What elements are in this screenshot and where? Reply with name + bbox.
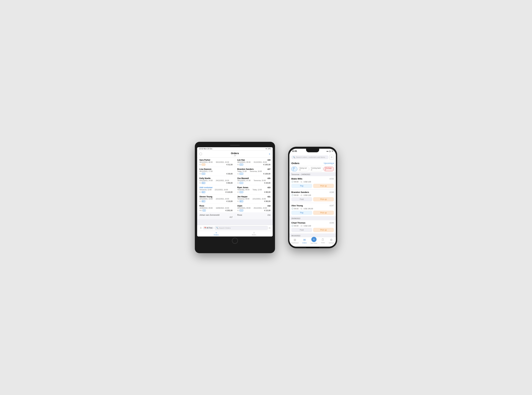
notes-label: Notes bbox=[321, 242, 325, 243]
order-row[interactable]: Sara Parker 30/12/2021, 08:30 30/12/2021… bbox=[197, 158, 273, 167]
order-cell-right[interactable]: Brandon Sanders #27 Today, 11:00 Tomorro… bbox=[235, 167, 273, 176]
paid-button[interactable]: Paid bbox=[291, 197, 312, 201]
order-meta: 1 ) 1·1 € 100,00 bbox=[237, 173, 271, 175]
order-date: 18/12/2021, 07:30 Tomorrow, 15:00 bbox=[237, 180, 271, 181]
all-time-filter[interactable]: 📅 All Time bbox=[203, 226, 214, 229]
order-tags: 2 ) ■·2 bbox=[237, 200, 243, 202]
order-cell-left[interactable]: Steven Young 22/12/2021, 10:00 22/12/202… bbox=[197, 194, 235, 203]
add-customer-link[interactable]: Add customer bbox=[199, 186, 233, 189]
dashboard-icon: ⊞ bbox=[294, 238, 296, 242]
menu-icon[interactable]: ☰ bbox=[199, 227, 202, 229]
settings-label: Settings bbox=[329, 242, 334, 244]
order-amount: US$ 0,00 bbox=[303, 194, 311, 196]
order-cell-right[interactable]: Ryan Jones #23 Yesterday, 08:00 Today, 1… bbox=[235, 185, 273, 194]
settings-icon[interactable] bbox=[199, 153, 202, 155]
order-row[interactable]: Rose 16/08/2022, 09:00 16/08/2022, 15:00… bbox=[197, 203, 273, 213]
order-row[interactable]: Kelly Noelle 23/12/2021, 14:30 24/12/202… bbox=[197, 176, 273, 185]
add-order-button[interactable]: + bbox=[269, 153, 270, 156]
order-amount: € 100,00 bbox=[263, 173, 270, 175]
order-amount: US$ 0,00 bbox=[303, 225, 311, 227]
pay-button[interactable]: Pay bbox=[291, 211, 312, 215]
toolbar-icons: ☰ 📅 All Time bbox=[199, 226, 214, 229]
tab-notes[interactable]: 🗒 Notes bbox=[321, 238, 325, 244]
ipad-tab-bar: ✉ Orders 🗒 Notes bbox=[197, 231, 273, 236]
order-tags: 2 ) ■·2 bbox=[199, 191, 205, 193]
order-name: Sara Parker bbox=[199, 159, 233, 161]
order-row[interactable]: Lisa Dawson 26/12/2021, 17:00 2 ) 3·2 € … bbox=[197, 167, 273, 176]
items-icon: ○ bbox=[300, 208, 301, 210]
order-amount: € 80,00 bbox=[264, 200, 270, 202]
tab-orders[interactable]: ✉ Orders bbox=[214, 232, 219, 236]
order-number: #17 bbox=[199, 216, 233, 218]
order-cell-right[interactable]: Lee Hao #29 29/12/2021, 09:30 31/12/2021… bbox=[235, 158, 273, 167]
paid-button[interactable]: Paid bbox=[291, 228, 312, 232]
order-cell-right[interactable]: Jen Harper #21 Tomorrow, 09:00 22/12/202… bbox=[235, 194, 273, 203]
ipad-bottom-toolbar: ☰ 📅 All Time 🔍 Search Orders ⊡ bbox=[197, 225, 273, 231]
order-card-header: Brandon Sanders #248 bbox=[291, 191, 334, 193]
order-name: Brandon Sanders bbox=[237, 168, 254, 170]
order-row[interactable]: Steven Young 22/12/2021, 10:00 22/12/202… bbox=[197, 194, 273, 203]
pay-button[interactable]: Pay bbox=[291, 184, 312, 188]
order-card-blake[interactable]: Blake Mills #250 🕐 09:00 ○ 1 bbox=[289, 176, 336, 189]
tab-notes[interactable]: 🗒 Notes bbox=[252, 232, 256, 236]
order-cell-left[interactable]: Kelly Noelle 23/12/2021, 14:30 24/12/202… bbox=[197, 176, 235, 185]
filter-shortage[interactable]: Shortage 0 bbox=[324, 167, 334, 171]
order-items: ○ 1 bbox=[300, 194, 302, 196]
order-date: 23/12/2021, 14:30 24/12/2021, 16:30 bbox=[199, 180, 233, 181]
search-bar[interactable]: 🔍 Search Orders bbox=[215, 226, 268, 230]
order-cell-right: Rose #16 bbox=[235, 213, 273, 219]
pickup-button[interactable]: Pick up bbox=[313, 211, 334, 215]
scan-button[interactable]: ⊡ bbox=[329, 155, 334, 159]
pickup-button[interactable]: Pick up bbox=[313, 184, 334, 188]
order-meta: 12 ) 12 € 202,00 bbox=[199, 209, 233, 211]
scan-icon[interactable]: ⊡ bbox=[269, 227, 270, 229]
pickup-button[interactable]: Pick up bbox=[313, 228, 334, 232]
order-cell-left[interactable]: Lisa Dawson 26/12/2021, 17:00 2 ) 3·2 € … bbox=[197, 167, 235, 176]
filter-all[interactable]: All 5 bbox=[291, 167, 297, 171]
tab-settings[interactable]: ⚙ Settings bbox=[329, 238, 334, 244]
search-icon: 🔍 bbox=[216, 227, 218, 229]
order-time: 🕐 09:00 bbox=[291, 208, 299, 210]
filter-going-out[interactable]: Going out 5 bbox=[298, 167, 309, 171]
order-time: 🕐 09:00 bbox=[291, 181, 299, 183]
order-cell-left[interactable]: Rose 16/08/2022, 09:00 16/08/2022, 15:00… bbox=[197, 203, 235, 213]
ipad-home-button[interactable] bbox=[232, 238, 238, 244]
date-header-tomorrow: Tomorrow – 24/09/2022 bbox=[289, 172, 336, 176]
order-amount: € 80,00 bbox=[264, 191, 270, 193]
order-cell-right[interactable]: Zoe Maxwell #25 18/12/2021, 07:30 Tomorr… bbox=[235, 176, 273, 185]
orders-title: Orders bbox=[231, 152, 239, 155]
order-date: Tomorrow, 09:00 22/12/2021, 15:00 bbox=[237, 198, 271, 200]
upcoming-filter[interactable]: Upcoming ▾ bbox=[324, 162, 334, 165]
new-order-button[interactable]: + bbox=[311, 237, 317, 242]
items-icon: ○ bbox=[300, 194, 301, 196]
order-cell-right[interactable]: Arjen #18 25/12/2021, 09:00 25/12/2021, … bbox=[235, 203, 273, 213]
customer-name: Alex Young bbox=[291, 204, 303, 207]
order-card-chad[interactable]: Chad Thomas #249 🕐 09:00 ○ 3 bbox=[289, 220, 336, 233]
tab-new-order[interactable]: + New order bbox=[311, 238, 317, 244]
tab-orders[interactable]: ✉ Orders bbox=[302, 238, 307, 244]
filter-chips: All 5 Going out 5 Coming back 0 Shortage… bbox=[289, 166, 336, 172]
ipad-status-bar: 15:02 Mon 20 Dec ▼ 14% bbox=[197, 147, 273, 150]
search-input[interactable]: 🔍 Search orders, customers and items bbox=[291, 155, 328, 159]
order-meta: 2 ) 7·2 € 31,50 bbox=[199, 164, 233, 165]
iphone-orders-list: Tomorrow – 24/09/2022 Blake Mills #250 🕐… bbox=[289, 172, 336, 237]
order-date: 26/12/2021, 17:00 bbox=[199, 170, 233, 172]
order-items: ○ 1 bbox=[300, 208, 302, 210]
ipad-header-center: Orders 29 bbox=[231, 152, 239, 157]
filter-coming-back[interactable]: Coming back 0 bbox=[310, 167, 323, 171]
order-amount: € 20,00 bbox=[264, 182, 270, 184]
order-cell-left: Johan van Zonneveld #17 bbox=[197, 213, 235, 219]
order-tags: 2 ) 1·2 bbox=[237, 209, 243, 211]
order-name: Kelly Noelle bbox=[199, 177, 233, 180]
iphone-search-bar: 🔍 Search orders, customers and items ⊡ bbox=[289, 154, 336, 161]
tab-dashboard[interactable]: ⊞ Dashboard bbox=[291, 238, 298, 244]
pickup-button[interactable]: Pick up bbox=[313, 197, 334, 201]
order-amount: € 10,00 bbox=[226, 200, 233, 202]
order-cell-left[interactable]: Add customer Tomorrow, 12:00 22/12/2021,… bbox=[197, 185, 235, 194]
order-card-brandon[interactable]: Brandon Sanders #248 🕐 09:00 ○ 1 bbox=[289, 190, 336, 203]
order-card-header: Blake Mills #250 bbox=[291, 177, 334, 180]
ipad-header-right[interactable]: + bbox=[265, 153, 270, 156]
order-card-alex[interactable]: Alex Young #247 🕐 09:00 ○ 1 bbox=[289, 203, 336, 216]
order-row[interactable]: Add customer Tomorrow, 12:00 22/12/2021,… bbox=[197, 185, 273, 194]
order-cell-left[interactable]: Sara Parker 30/12/2021, 08:30 30/12/2021… bbox=[197, 158, 235, 167]
